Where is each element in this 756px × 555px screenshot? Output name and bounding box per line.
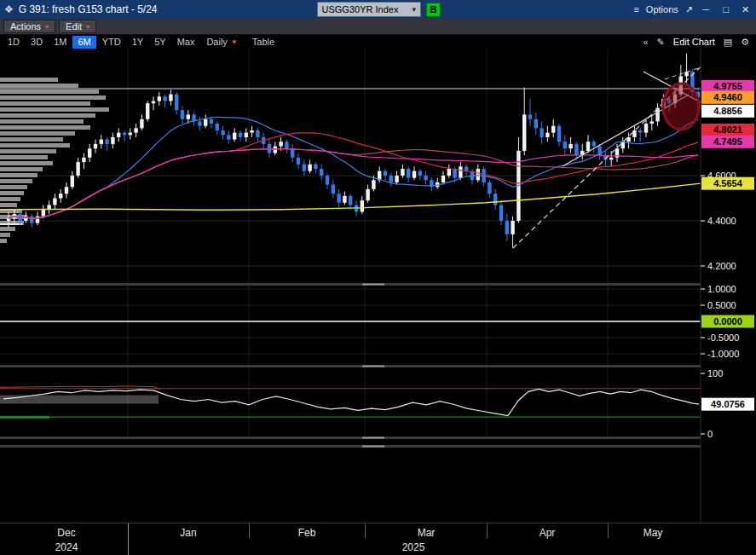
period-1m[interactable]: 1M <box>49 36 72 49</box>
popout-icon[interactable]: ↗ <box>685 4 693 15</box>
date-axis: DecJanFebMarAprMay20242025 <box>0 523 756 555</box>
period-3d[interactable]: 3D <box>26 36 48 49</box>
b-button[interactable]: B <box>426 3 441 17</box>
price-badge-label: 4.7495 <box>713 136 742 147</box>
date-axis-tick <box>249 523 250 538</box>
month-label-mar: Mar <box>418 527 436 539</box>
price-badge-label: 4.9755 <box>713 81 742 91</box>
panel-resize-handle <box>362 446 384 448</box>
date-axis-border <box>0 523 756 523</box>
price-badge-label: 4.8856 <box>713 106 742 116</box>
date-axis-tick <box>128 523 129 555</box>
chart-canvas[interactable]: 4.60004.40004.20004.97554.94604.88564.80… <box>0 49 756 523</box>
actions-caret-icon: ▾ <box>45 21 49 32</box>
edit-menu[interactable]: Edit ▾ <box>59 20 96 33</box>
pencil-icon[interactable]: ✎ <box>657 37 665 48</box>
menu-bar: Actions ▾ Edit ▾ <box>0 19 756 35</box>
edit-label: Edit <box>66 21 82 32</box>
volume-profile <box>0 78 109 243</box>
date-axis-tick <box>608 523 609 538</box>
panel-resize-handle <box>362 437 384 439</box>
axis-label: -0.5000 <box>707 332 739 343</box>
chart-area: 4.60004.40004.20004.97554.94604.88564.80… <box>0 49 756 523</box>
month-label-feb: Feb <box>298 527 316 539</box>
period-ytd[interactable]: YTD <box>97 36 126 49</box>
table-button[interactable]: Table <box>245 37 281 47</box>
ticker-search-input[interactable]: USGG30YR Index ▾ <box>317 2 421 17</box>
date-axis-tick <box>487 523 488 538</box>
period-1y[interactable]: 1Y <box>127 36 148 49</box>
titlebar-controls: ≡ Options ↗ ─ □ ✕ <box>633 4 752 15</box>
year-label-2024: 2024 <box>55 541 78 553</box>
title-bar: ❖ G 391: fresh G153 chart - 5/24 USGG30Y… <box>0 0 756 19</box>
gear-icon[interactable]: ⚙ <box>741 37 749 48</box>
ticker-dropdown-icon[interactable]: ▾ <box>412 5 416 14</box>
toolbar-right: « ✎ Edit Chart ▤ ⚙ <box>643 37 753 48</box>
chart-toolbar: 1D 3D 1M 6M YTD 1Y 5Y Max Daily ▼ Table … <box>0 35 756 49</box>
minimize-button[interactable]: ─ <box>700 4 713 14</box>
maximize-button[interactable]: □ <box>719 4 732 14</box>
edit-caret-icon: ▾ <box>86 21 89 32</box>
month-label-jan: Jan <box>180 527 196 539</box>
panel-resize-handle <box>362 284 384 286</box>
ticker-value: USGG30YR Index <box>322 4 399 14</box>
period-max[interactable]: Max <box>172 36 200 49</box>
actions-label: Actions <box>10 21 41 32</box>
price-badge-label: 4.5654 <box>713 178 743 188</box>
actions-menu[interactable]: Actions ▾ <box>3 20 55 33</box>
axis-label: 0.5000 <box>707 300 736 310</box>
axis-label: 4.2000 <box>707 261 736 271</box>
price-badge-label: 0.0000 <box>713 316 742 327</box>
window-title: G 391: fresh G153 chart - 5/24 <box>19 3 158 15</box>
period-5y[interactable]: 5Y <box>149 36 170 49</box>
period-1d[interactable]: 1D <box>3 36 25 49</box>
date-axis-tick <box>365 523 366 538</box>
year-label-2025: 2025 <box>402 541 425 553</box>
axis-label: 0 <box>707 429 713 439</box>
options-icon[interactable]: ≡ <box>633 4 638 14</box>
edit-chart-button[interactable]: Edit Chart <box>673 37 715 47</box>
price-badge-label: 49.0756 <box>711 399 745 409</box>
price-badge-label: 4.9460 <box>713 92 742 102</box>
chart-panel-icon[interactable]: ▤ <box>724 37 732 48</box>
candlesticks <box>7 54 701 248</box>
panel-resize-handle <box>362 366 384 367</box>
collapse-chevrons-icon[interactable]: « <box>643 37 648 47</box>
bloomberg-chart-window: ❖ G 391: fresh G153 chart - 5/24 USGG30Y… <box>0 0 756 555</box>
app-icon: ❖ <box>4 3 14 15</box>
axis-label: 4.4000 <box>707 216 736 226</box>
options-label[interactable]: Options <box>646 4 678 14</box>
period-6m[interactable]: 6M <box>72 36 95 49</box>
axis-label: 100 <box>707 368 723 379</box>
frequency-dropdown[interactable]: Daily ▼ <box>200 37 243 47</box>
axis-label: -1.0000 <box>707 349 739 359</box>
close-button[interactable]: ✕ <box>739 4 752 15</box>
axis-label: 1.0000 <box>707 284 736 294</box>
month-label-dec: Dec <box>57 527 75 539</box>
month-label-apr: Apr <box>540 527 556 539</box>
frequency-label: Daily <box>206 37 227 47</box>
price-badge-label: 4.8021 <box>713 124 742 135</box>
frequency-caret-icon: ▼ <box>231 38 238 46</box>
red-circle-annotation <box>663 84 699 130</box>
month-label-may: May <box>643 527 663 539</box>
